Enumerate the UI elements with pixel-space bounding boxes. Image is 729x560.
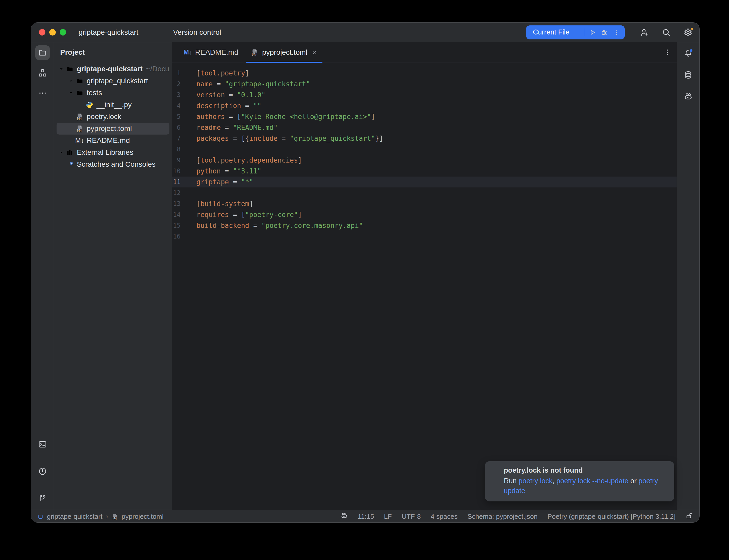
bug-icon — [600, 29, 608, 36]
tab-pyproject-toml[interactable]: [T]pyproject.toml — [244, 42, 324, 62]
chevron-down-icon[interactable] — [67, 90, 75, 96]
notifications-button[interactable] — [681, 46, 696, 61]
breadcrumb: griptape-quickstart› [T]pyproject.toml — [37, 513, 163, 521]
code-line-7[interactable]: 7packages = [{include = "griptape_quicks… — [172, 133, 677, 144]
run-button[interactable] — [586, 26, 598, 38]
more-tool-windows-button[interactable] — [35, 86, 50, 100]
external-libraries-icon — [65, 148, 74, 157]
project-selector[interactable]: griptape-quickstart — [79, 28, 148, 37]
tree-item-scratches-and-consoles[interactable]: Scratches and Consoles — [57, 158, 169, 170]
line-number: 15 — [172, 222, 188, 229]
close-tab-icon[interactable] — [311, 49, 318, 55]
database-tool-button[interactable] — [681, 68, 696, 83]
line-separator-widget[interactable]: LF — [384, 513, 392, 521]
chevron-down-icon — [141, 29, 148, 36]
line-number: 7 — [172, 135, 188, 142]
clock-widget[interactable]: 11:15 — [358, 513, 374, 521]
notification-text: , — [553, 477, 557, 485]
titlebar: griptape-quickstart Version control Curr… — [31, 23, 699, 42]
status-bar: griptape-quickstart› [T]pyproject.toml 1… — [31, 510, 699, 523]
line-number: 13 — [172, 200, 188, 207]
indent-widget[interactable]: 4 spaces — [431, 513, 458, 521]
editor-options-kebab-icon[interactable] — [663, 48, 672, 57]
code-line-4[interactable]: 4description = "" — [172, 100, 677, 111]
chevron-right-icon[interactable] — [57, 149, 65, 156]
json-schema-widget[interactable]: Schema: pyproject.json — [468, 513, 538, 521]
code-line-5[interactable]: 5authors = ["Kyle Roche <hello@griptape.… — [172, 111, 677, 122]
add-user-button[interactable] — [640, 28, 649, 37]
close-window-button[interactable] — [39, 29, 45, 36]
play-icon — [588, 29, 596, 36]
terminal-tool-button[interactable] — [37, 439, 48, 450]
chevron-right-icon[interactable] — [67, 78, 75, 84]
line-number: 10 — [172, 167, 188, 175]
ai-assistant-status-icon[interactable] — [340, 512, 348, 521]
code-line-11[interactable]: 11griptape = "*" — [172, 177, 677, 187]
tree-item-tests[interactable]: tests — [57, 87, 169, 99]
tree-item-readme-md[interactable]: M↓README.md — [57, 135, 169, 146]
tree-item-pyproject-toml[interactable]: [T]pyproject.toml — [57, 123, 169, 135]
problems-tool-button[interactable] — [37, 466, 48, 477]
problems-icon — [38, 467, 47, 476]
write-access-icon[interactable] — [685, 512, 693, 521]
tree-item-label: griptape_quickstart — [87, 77, 148, 85]
inspections-ok-icon[interactable] — [661, 68, 669, 76]
code-line-8[interactable]: 8 — [172, 144, 677, 155]
run-config-selector[interactable]: Current File — [533, 28, 570, 36]
notification-text: Run — [504, 477, 519, 485]
project-tree: griptape-quickstart~/Documegriptape_quic… — [54, 62, 172, 510]
settings-button[interactable] — [683, 28, 693, 37]
code-line-14[interactable]: 14requires = ["poetry-core"] — [172, 209, 677, 220]
breadcrumb-item[interactable]: pyproject.toml — [122, 513, 164, 521]
notification-link-poetry-lock-no-update[interactable]: poetry lock --no-update — [557, 477, 629, 485]
titlebar-right: Current File — [526, 25, 693, 39]
svg-text:[T]: [T] — [112, 517, 117, 520]
debug-button[interactable] — [598, 26, 610, 38]
tab-readme-md[interactable]: M↓README.md — [177, 42, 244, 62]
code-line-9[interactable]: 9[tool.poetry.dependencies] — [172, 155, 677, 166]
interpreter-widget[interactable]: Poetry (griptape-quickstart) [Python 3.1… — [547, 513, 676, 521]
ai-assistant-status-icon — [340, 512, 348, 519]
code-line-3[interactable]: 3version = "0.1.0" — [172, 89, 677, 100]
code-line-10[interactable]: 10python = "^3.11" — [172, 166, 677, 177]
tree-item-label: README.md — [87, 136, 130, 145]
code-line-6[interactable]: 6readme = "README.md" — [172, 122, 677, 133]
project-tool-button[interactable] — [35, 45, 50, 60]
notification-balloon: poetry.lock is not found Run poetry lock… — [485, 461, 674, 501]
tree-item-griptape-quickstart[interactable]: griptape-quickstart~/Docume — [57, 63, 169, 75]
code-line-1[interactable]: 1[tool.poetry] — [172, 68, 677, 79]
breadcrumb-item[interactable]: griptape-quickstart — [47, 513, 102, 521]
code-line-16[interactable]: 16 — [172, 231, 677, 242]
code-line-13[interactable]: 13[build-system] — [172, 198, 677, 209]
more-run-options-button[interactable] — [610, 26, 622, 38]
project-tool-window: Project griptape-quickstart~/Documegript… — [54, 42, 172, 510]
line-number: 14 — [172, 211, 188, 218]
encoding-widget[interactable]: UTF-8 — [402, 513, 421, 521]
search-everywhere-button[interactable] — [662, 28, 671, 37]
maximize-window-button[interactable] — [60, 29, 66, 36]
vcs-label: Version control — [173, 28, 221, 37]
git-branch-icon — [162, 28, 170, 37]
version-control-tool-button[interactable] — [37, 493, 48, 504]
project-panel-header[interactable]: Project — [54, 42, 172, 62]
scratches-icon — [65, 160, 74, 169]
tree-item-external-libraries[interactable]: External Libraries — [57, 146, 169, 158]
line-number: 5 — [172, 113, 188, 120]
structure-tool-button[interactable] — [35, 66, 50, 80]
chevron-down-icon[interactable] — [57, 66, 65, 72]
tree-item-label: Scratches and Consoles — [77, 160, 156, 169]
ai-assistant-tool-button[interactable] — [681, 90, 696, 104]
tree-item-poetry-lock[interactable]: [T]poetry.lock — [57, 111, 169, 123]
svg-text:[T]: [T] — [76, 117, 82, 121]
editor[interactable]: 1[tool.poetry]2name = "griptape-quicksta… — [172, 62, 677, 510]
tree-item-griptape-quickstart[interactable]: griptape_quickstart — [57, 75, 169, 87]
notification-link-poetry-lock[interactable]: poetry lock — [519, 477, 553, 485]
vcs-widget[interactable]: Version control — [162, 28, 231, 37]
minimize-window-button[interactable] — [49, 29, 56, 36]
toml-file-icon: [T] — [112, 513, 118, 520]
tree-item--init-py[interactable]: __init__.py — [57, 99, 169, 111]
code-line-2[interactable]: 2name = "griptape-quickstart" — [172, 79, 677, 89]
code-line-12[interactable]: 12 — [172, 187, 677, 198]
svg-text:[T]: [T] — [252, 53, 257, 56]
code-line-15[interactable]: 15build-backend = "poetry.core.masonry.a… — [172, 220, 677, 231]
